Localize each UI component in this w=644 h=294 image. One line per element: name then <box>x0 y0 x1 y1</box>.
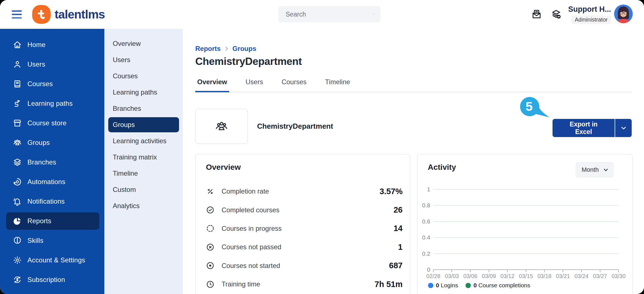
logo-icon <box>32 5 51 24</box>
sidebar-item-home[interactable]: Home <box>0 35 104 55</box>
breadcrumb-groups[interactable]: Groups <box>232 45 256 53</box>
y-tick-label: 0.2 <box>417 250 430 257</box>
subnav-item-label: Learning paths <box>113 88 157 96</box>
hamburger-menu-icon[interactable] <box>12 10 22 18</box>
breadcrumb-reports[interactable]: Reports <box>195 45 221 53</box>
inbox-icon[interactable] <box>531 9 542 20</box>
chevron-right-icon <box>224 46 230 52</box>
user-menu[interactable]: Support H... Administrator <box>568 5 611 24</box>
subnav-item-label: Learning activities <box>113 137 166 145</box>
bell-icon <box>13 197 22 206</box>
activity-chart: 00.20.40.60.8102/2803/0303/0603/0903/120… <box>417 154 633 294</box>
x-tick-label: 03/24 <box>572 273 591 279</box>
clock-icon <box>206 280 215 289</box>
tab-courses[interactable]: Courses <box>279 76 308 92</box>
stat-label: Courses not passed <box>222 243 398 251</box>
subnav-item-custom[interactable]: Custom <box>104 182 183 198</box>
sidebar-item-learning-paths[interactable]: Learning paths <box>0 94 104 113</box>
x-tick <box>544 270 545 272</box>
brain-icon <box>13 236 22 245</box>
group-icon <box>13 138 22 147</box>
stat-value: 26 <box>394 205 403 215</box>
stat-value: 1 <box>398 243 403 252</box>
sidebar-item-label: Learning paths <box>27 100 73 107</box>
sidebar-item-groups[interactable]: Groups <box>0 133 104 152</box>
sidebar-item-label: Notifications <box>27 197 65 205</box>
subnav-item-label: Branches <box>113 105 141 112</box>
avatar[interactable] <box>614 4 633 23</box>
subnav-item-learning-activities[interactable]: Learning activities <box>104 133 183 149</box>
subnav-item-users[interactable]: Users <box>104 52 183 68</box>
x-tick <box>452 270 452 272</box>
tabs: OverviewUsersCoursesTimeline <box>195 76 632 92</box>
group-header: ChemistryDepartment <box>195 109 333 144</box>
sidebar: HomeUsersCoursesLearning pathsCourse sto… <box>0 29 104 294</box>
group-thumbnail <box>195 109 248 144</box>
brand-logo[interactable]: talentlms <box>32 5 105 24</box>
group-name: ChemistryDepartment <box>257 122 333 131</box>
x-tick <box>581 270 582 272</box>
stat-label: Completed courses <box>222 206 394 214</box>
tab-overview[interactable]: Overview <box>195 76 229 92</box>
x-tick-label: 03/30 <box>609 273 628 279</box>
x-tick-label: 03/06 <box>461 273 480 279</box>
tab-users[interactable]: Users <box>244 76 265 92</box>
tab-timeline[interactable]: Timeline <box>323 76 352 92</box>
x-tick-label: 03/27 <box>591 273 609 279</box>
subnav-item-overview[interactable]: Overview <box>104 36 183 52</box>
user-icon <box>13 60 22 69</box>
sidebar-item-subscription[interactable]: Subscription <box>0 270 104 290</box>
legend-dot <box>466 283 471 288</box>
subnav-item-courses[interactable]: Courses <box>104 68 183 84</box>
reports-subnav: OverviewUsersCoursesLearning pathsBranch… <box>104 29 183 294</box>
sidebar-item-reports[interactable]: Reports <box>0 211 104 231</box>
export-split-button: Export in Excel <box>553 119 632 137</box>
export-excel-button[interactable]: Export in Excel <box>553 119 615 137</box>
main-content: Reports Groups ChemistryDepartment Overv… <box>183 29 644 294</box>
subnav-item-branches[interactable]: Branches <box>104 100 183 117</box>
subnav-item-training-matrix[interactable]: Training matrix <box>104 149 183 165</box>
stat-label: Courses in progress <box>222 225 394 232</box>
group-icon <box>215 120 228 133</box>
pie-icon <box>13 217 22 225</box>
sidebar-item-account-settings[interactable]: Account & Settings <box>0 250 104 270</box>
legend-item-course-completions: 0 Course completions <box>466 282 530 289</box>
x-tick <box>618 270 619 272</box>
sidebar-item-label: Reports <box>27 217 51 225</box>
subnav-item-label: Custom <box>113 186 136 194</box>
sidebar-item-notifications[interactable]: Notifications <box>0 192 104 211</box>
breadcrumb: Reports Groups <box>195 45 256 53</box>
sidebar-item-branches[interactable]: Branches <box>0 152 104 172</box>
sidebar-item-course-store[interactable]: Course store <box>0 113 104 133</box>
subnav-item-learning-paths[interactable]: Learning paths <box>104 84 183 100</box>
x-tick <box>507 270 508 272</box>
x-tick-label: 03/18 <box>535 273 554 279</box>
sidebar-item-label: Home <box>27 41 46 49</box>
subnav-item-label: Overview <box>113 40 141 48</box>
overview-card: Overview Completion rate3.57%Completed c… <box>195 154 410 294</box>
sidebar-item-courses[interactable]: Courses <box>0 74 104 94</box>
x-circle-icon <box>206 243 215 251</box>
stat-label: Completion rate <box>222 187 380 195</box>
stack-badge-icon[interactable] <box>551 9 561 20</box>
x-tick <box>470 270 471 272</box>
export-options-button[interactable] <box>615 119 632 137</box>
x-tick-label: 03/15 <box>517 273 535 279</box>
y-tick-label: 0.6 <box>417 218 430 225</box>
sidebar-item-skills[interactable]: Skills <box>0 231 104 250</box>
sidebar-item-label: Branches <box>27 158 56 166</box>
subnav-item-timeline[interactable]: Timeline <box>104 165 183 182</box>
sidebar-item-label: Courses <box>27 80 53 88</box>
user-role-badge: Administrator <box>571 15 611 24</box>
x-tick <box>600 270 600 272</box>
x-tick-label: 03/03 <box>443 273 461 279</box>
subnav-item-analytics[interactable]: Analytics <box>104 198 183 214</box>
gridline <box>433 205 619 206</box>
stat-value: 7h 51m <box>375 280 403 289</box>
sidebar-item-automations[interactable]: Automations <box>0 172 104 192</box>
stat-value: 687 <box>389 261 403 270</box>
sidebar-item-users[interactable]: Users <box>0 55 104 74</box>
search-icon[interactable] <box>373 10 374 18</box>
subnav-item-groups[interactable]: Groups <box>104 117 183 133</box>
search-input[interactable] <box>278 11 373 18</box>
